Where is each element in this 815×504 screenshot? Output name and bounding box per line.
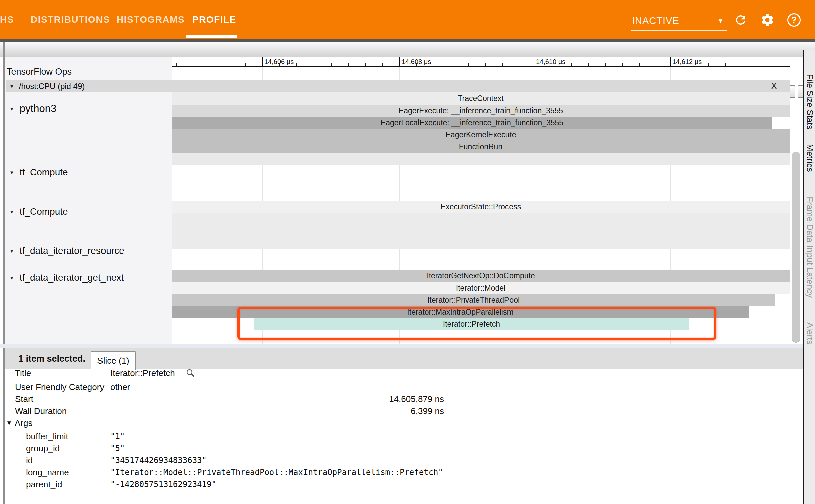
run-selector-underline [631, 30, 727, 31]
side-tab-file-size-stats[interactable]: File Size Stats [805, 74, 815, 129]
collapse-triangle-icon[interactable]: ▼ [9, 248, 14, 254]
category-label: User Friendly Category [15, 381, 104, 393]
arg-value: "345174426934833633" [110, 454, 207, 466]
magnifier-icon[interactable] [185, 368, 195, 379]
arg-value: "-1428057513162923419" [110, 478, 216, 490]
args-label[interactable]: Args [15, 417, 32, 429]
minor-tick [657, 63, 657, 66]
vertical-scrollbar[interactable] [792, 152, 800, 343]
minor-tick [691, 63, 691, 66]
slice-iterator-private-thread-pool[interactable]: Iterator::PrivateThreadPool [172, 294, 775, 306]
track-label-panel [5, 57, 172, 344]
active-tab-underline [186, 35, 237, 38]
side-tab-input-latency[interactable]: Input Latency [805, 245, 815, 298]
selection-highlight-box [237, 307, 716, 340]
minor-tick [296, 63, 297, 66]
slice-eager-execute[interactable]: EagerExecute: __inference_train_function… [172, 105, 790, 117]
minor-tick [571, 63, 572, 66]
tick-label: 14,612 μs [672, 58, 702, 66]
minor-tick [331, 63, 332, 66]
minor-tick [228, 63, 228, 66]
arg-value: "5" [110, 442, 125, 454]
minor-tick [211, 63, 211, 66]
arg-name: id [26, 454, 33, 466]
minor-tick [314, 63, 314, 66]
minor-tick [588, 63, 589, 66]
track-python3[interactable]: ▼ python3 [9, 103, 56, 115]
track-label: python3 [20, 103, 56, 115]
category-value: other [110, 381, 130, 393]
slice-executor-state-process[interactable]: ExecutorState::Process [172, 201, 790, 213]
tab-distributions[interactable]: DISTRIBUTIONS [31, 0, 110, 39]
minor-tick [451, 63, 451, 66]
side-tab-alerts[interactable]: Alerts [805, 322, 815, 344]
track-label: tf_Compute [20, 206, 68, 217]
top-app-bar: HS DISTRIBUTIONS HISTOGRAMS PROFILE INAC… [0, 0, 815, 39]
refresh-icon[interactable] [733, 13, 748, 27]
arg-name: buffer_limit [26, 430, 68, 442]
track-tf-compute-1[interactable]: ▼ tf_Compute [9, 167, 68, 178]
minor-tick [760, 63, 760, 66]
close-process-button[interactable]: X [771, 81, 777, 91]
slice-eager-local-execute[interactable]: EagerLocalExecute: __inference_train_fun… [172, 117, 772, 129]
minor-tick [554, 63, 554, 66]
minor-tick [777, 63, 777, 66]
minor-tick [382, 63, 383, 66]
collapse-triangle-icon[interactable]: ▼ [9, 209, 14, 215]
process-group-header[interactable]: ▼ /host:CPU (pid 49) X [6, 80, 790, 92]
ruler: 14,606 μs 14,608 μs 14,610 μs 14,612 μs [172, 57, 790, 67]
arg-name: long_name [26, 466, 69, 478]
help-icon[interactable]: ? [787, 13, 801, 27]
minor-tick [520, 63, 520, 66]
minor-tick [194, 63, 194, 66]
collapse-triangle-icon[interactable]: ▼ [9, 275, 14, 281]
settings-gear-icon[interactable] [760, 13, 775, 27]
track-tf-compute-2[interactable]: ▼ tf_Compute [9, 206, 68, 217]
selection-count-label: 1 item selected. [18, 348, 85, 369]
tab-graphs[interactable]: HS [0, 0, 14, 39]
collapse-triangle-icon[interactable]: ▼ [9, 170, 14, 175]
window-divider [0, 39, 815, 42]
track-tf-data-iterator-resource[interactable]: ▼ tf_data_iterator_resource [9, 245, 124, 256]
minor-tick [725, 63, 726, 66]
args-collapse-triangle-icon[interactable]: ▼ [6, 417, 12, 429]
start-label: Start [15, 393, 33, 405]
side-tab-frame-data[interactable]: Frame Data [805, 197, 815, 242]
slice-iterator-get-next-do-compute[interactable]: IteratorGetNextOp::DoCompute [172, 270, 790, 282]
slice-kernel-block[interactable]: EagerKernelExecute FunctionRun [172, 129, 790, 153]
run-selector[interactable]: INACTIVE ▼ [632, 13, 727, 28]
minor-tick [348, 63, 349, 66]
minor-tick [434, 63, 434, 66]
tick-label: 14,610 μs [536, 58, 565, 66]
minor-tick [365, 63, 366, 66]
slice-function-run[interactable]: FunctionRun [172, 141, 790, 153]
arg-name: parent_id [26, 478, 62, 490]
minor-tick [743, 63, 743, 66]
collapse-triangle-icon[interactable]: ▼ [9, 106, 14, 112]
side-tab-metrics[interactable]: Metrics [805, 144, 815, 172]
minor-tick [639, 63, 640, 66]
slice-eager-kernel-execute[interactable]: EagerKernelExecute [172, 129, 790, 141]
help-glyph: ? [787, 13, 801, 27]
track-label: tf_Compute [20, 167, 68, 178]
minor-tick [485, 63, 486, 66]
trace-toolbar: Trace View Flow events Processes M View … [0, 42, 815, 57]
chevron-down-icon: ▼ [717, 17, 724, 25]
arg-value: "Iterator::Model::PrivateThreadPool::Max… [110, 466, 443, 478]
tab-profile[interactable]: PROFILE [192, 0, 236, 39]
slice-empty-row [172, 153, 790, 165]
minor-tick [176, 63, 177, 66]
arg-value: "1" [110, 430, 125, 442]
slice-trace-context[interactable]: TraceContext [172, 92, 790, 105]
panel-resize-splitter[interactable] [0, 344, 803, 348]
track-tf-data-iterator-get-next[interactable]: ▼ tf_data_iterator_get_next [9, 272, 124, 283]
slice-tab[interactable]: Slice (1) [91, 351, 136, 370]
tab-histograms[interactable]: HISTOGRAMS [117, 0, 185, 39]
minor-tick [537, 63, 537, 66]
trace-canvas[interactable]: TraceContext EagerExecute: __inference_t… [172, 67, 790, 344]
process-group-label: /host:CPU (pid 49) [19, 82, 85, 91]
tensorflow-ops-header: TensorFlow Ops [7, 67, 72, 77]
collapse-triangle-icon[interactable]: ▼ [9, 83, 14, 89]
wall-duration-value: 6,399 ns [110, 405, 444, 417]
slice-iterator-model[interactable]: Iterator::Model [172, 282, 790, 294]
